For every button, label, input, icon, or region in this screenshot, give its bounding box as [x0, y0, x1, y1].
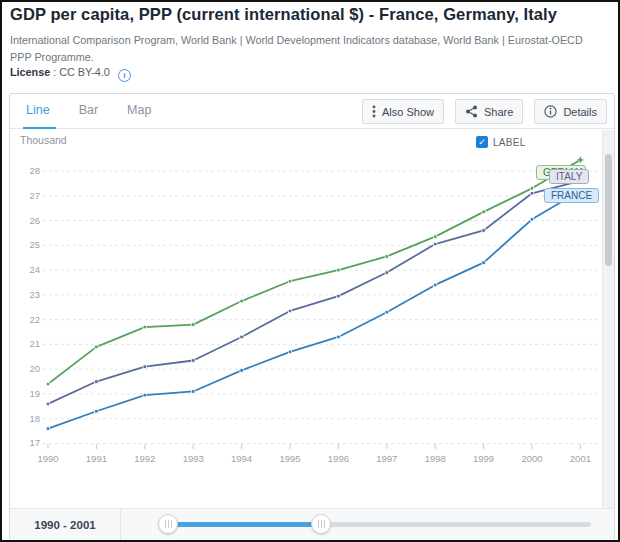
license-label: License — [10, 66, 50, 78]
handle-grip-icon — [318, 520, 325, 528]
share-icon — [465, 105, 478, 118]
kebab-icon — [372, 105, 376, 118]
details-label: Details — [563, 106, 597, 118]
source-text: International Comparison Program, World … — [10, 32, 606, 65]
svg-text:28: 28 — [29, 165, 40, 176]
svg-text:18: 18 — [29, 413, 40, 424]
svg-text:2000: 2000 — [521, 453, 542, 464]
svg-text:1991: 1991 — [86, 453, 107, 464]
tabs: Line Bar Map — [26, 94, 151, 129]
svg-text:1993: 1993 — [183, 453, 204, 464]
checkbox-checked-icon: ✓ — [476, 136, 488, 148]
tab-bar: Line Bar Map Also Show Shar — [10, 94, 614, 129]
share-label: Share — [484, 106, 513, 118]
page-title: GDP per capita, PPP (current internation… — [10, 5, 557, 24]
svg-text:26: 26 — [29, 215, 40, 226]
handle-grip-icon — [165, 520, 172, 528]
svg-text:2001: 2001 — [570, 453, 591, 464]
time-range-label: 1990 - 2001 — [10, 509, 121, 540]
svg-text:1999: 1999 — [473, 453, 494, 464]
label-checkbox[interactable]: ✓ LABEL — [476, 136, 526, 148]
label-checkbox-text: LABEL — [493, 137, 526, 148]
vertical-scrollbar-track[interactable] — [602, 130, 614, 508]
chart-panel: Line Bar Map Also Show Shar — [9, 93, 615, 541]
x-axis-labels: 1990199119921993199419951996199719981999… — [37, 444, 591, 464]
svg-text:19: 19 — [29, 388, 40, 399]
svg-text:21: 21 — [29, 338, 40, 349]
time-slider-handle-start[interactable] — [158, 514, 178, 534]
chart-area: Thousand ✓ LABEL 17181920212223242526272… — [10, 130, 614, 508]
svg-text:22: 22 — [29, 314, 40, 325]
page: GDP per capita, PPP (current internation… — [0, 0, 620, 542]
y-axis-unit-label: Thousand — [20, 134, 67, 146]
toolbar: Also Show Share Detail — [362, 99, 607, 124]
tab-bar-chart[interactable]: Bar — [79, 94, 98, 129]
license-line: License : CC BY-4.0 i — [10, 66, 131, 82]
series-label-france: FRANCE — [544, 188, 599, 203]
svg-text:1992: 1992 — [134, 453, 155, 464]
svg-text:25: 25 — [29, 239, 40, 250]
svg-text:1997: 1997 — [376, 453, 397, 464]
time-slider-selected-range — [168, 522, 321, 527]
license-info-icon[interactable]: i — [118, 69, 131, 82]
svg-text:1994: 1994 — [231, 453, 252, 464]
details-button[interactable]: Details — [534, 99, 607, 124]
svg-text:24: 24 — [29, 264, 40, 275]
tab-map[interactable]: Map — [127, 94, 151, 129]
svg-text:1995: 1995 — [279, 453, 300, 464]
svg-text:20: 20 — [29, 363, 40, 374]
svg-text:17: 17 — [29, 437, 40, 448]
also-show-button[interactable]: Also Show — [362, 99, 444, 124]
y-axis-labels: 171819202122232425262728 — [29, 165, 40, 448]
svg-text:1996: 1996 — [328, 453, 349, 464]
info-icon — [544, 105, 557, 118]
time-slider-track[interactable] — [163, 522, 591, 527]
series-label-italy: ITALY — [549, 169, 589, 184]
series-italy — [46, 179, 582, 405]
svg-text:1998: 1998 — [425, 453, 446, 464]
svg-text:1990: 1990 — [37, 453, 58, 464]
share-button[interactable]: Share — [455, 99, 523, 124]
svg-text:27: 27 — [29, 190, 40, 201]
license-value: : CC BY-4.0 — [53, 66, 110, 78]
series-germany — [46, 157, 583, 386]
time-range-bar: 1990 - 2001 — [10, 508, 614, 540]
time-slider-handle-end[interactable] — [311, 514, 331, 534]
also-show-label: Also Show — [382, 106, 434, 118]
vertical-scrollbar-thumb[interactable] — [605, 154, 612, 266]
svg-text:23: 23 — [29, 289, 40, 300]
line-chart-canvas[interactable]: 1718192021222324252627281990199119921993… — [10, 130, 614, 508]
tab-line[interactable]: Line — [26, 94, 50, 129]
y-gridlines — [43, 171, 601, 443]
